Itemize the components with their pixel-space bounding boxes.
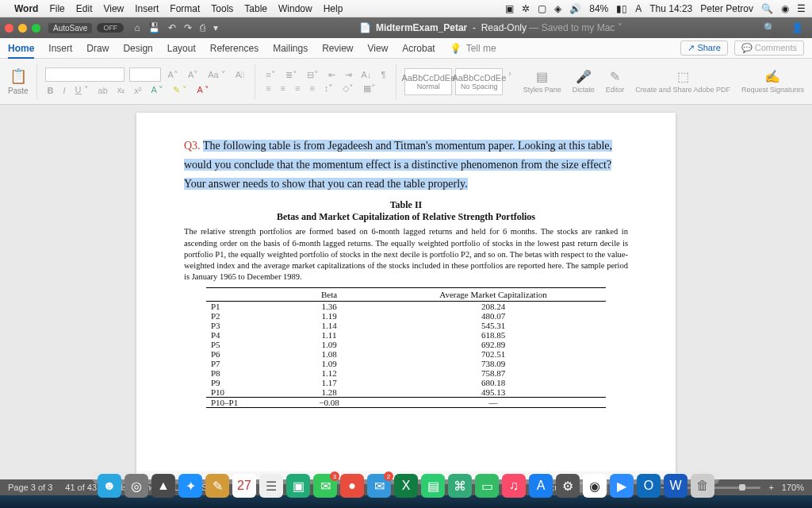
tab-mailings[interactable]: Mailings xyxy=(273,43,308,54)
bullets-icon[interactable]: ≡˅ xyxy=(263,70,278,80)
tab-draw[interactable]: Draw xyxy=(86,43,109,54)
justify-icon[interactable]: ≡ xyxy=(307,83,316,93)
tab-references[interactable]: References xyxy=(210,43,259,54)
user-name[interactable]: Peter Petrov xyxy=(700,3,753,14)
menu-edit[interactable]: Edit xyxy=(76,3,93,14)
menu-view[interactable]: View xyxy=(103,3,124,14)
spotlight-icon[interactable]: 🔍 xyxy=(761,3,773,14)
zoom-in[interactable]: + xyxy=(768,483,773,492)
dock-excel-icon[interactable]: X xyxy=(394,474,418,498)
dock-outlook-icon[interactable]: O xyxy=(637,474,661,498)
autosave-toggle[interactable]: OFF xyxy=(97,23,124,33)
style-normal[interactable]: AaBbCcDdEeNormal xyxy=(404,68,452,95)
bold-button[interactable]: B xyxy=(45,86,56,95)
dock-chrome2-icon[interactable]: ● xyxy=(340,474,364,498)
underline-button[interactable]: U ˅ xyxy=(73,85,91,95)
redo-icon[interactable]: ↷ xyxy=(184,22,192,33)
dictate-button[interactable]: 🎤Dictate xyxy=(573,69,595,94)
menu-extra-icon[interactable]: ☰ xyxy=(797,3,806,14)
styles-more-icon[interactable]: › xyxy=(506,68,514,95)
document-canvas[interactable]: Q3. The following table is from Jegadees… xyxy=(0,105,812,479)
indent-icon[interactable]: ⇥ xyxy=(343,70,354,80)
tab-insert[interactable]: Insert xyxy=(48,43,72,54)
subscript-button[interactable]: x₂ xyxy=(115,85,128,95)
dock-app-icon[interactable]: ▲ xyxy=(151,474,175,498)
page-indicator[interactable]: Page 3 of 3 xyxy=(8,483,52,492)
multilevel-icon[interactable]: ⊟˅ xyxy=(304,70,321,80)
share-window-icon[interactable]: 👤 xyxy=(791,22,803,33)
highlight-icon[interactable]: ✎ ˅ xyxy=(170,85,190,95)
outdent-icon[interactable]: ⇤ xyxy=(326,70,338,80)
clock[interactable]: Thu 14:23 xyxy=(649,3,692,14)
clear-format-icon[interactable]: A⃠ xyxy=(233,70,247,79)
align-left-icon[interactable]: ≡ xyxy=(263,83,273,93)
tab-home[interactable]: Home xyxy=(8,43,34,59)
dock-notes-icon[interactable]: ✎ xyxy=(205,474,229,498)
dock-launchpad-icon[interactable]: ◎ xyxy=(124,474,148,498)
dock-finder-icon[interactable]: ☻ xyxy=(98,474,121,498)
styles-pane-button[interactable]: ▤Styles Pane xyxy=(523,69,561,94)
line-spacing-icon[interactable]: ↕˅ xyxy=(322,83,336,94)
dock-chrome-icon[interactable]: ◉ xyxy=(583,474,607,498)
dock-preview-icon[interactable]: ▣ xyxy=(286,474,310,498)
tab-design[interactable]: Design xyxy=(123,43,152,54)
superscript-button[interactable]: x² xyxy=(132,86,144,95)
tab-view[interactable]: View xyxy=(368,43,389,54)
menu-table[interactable]: Table xyxy=(244,3,267,14)
dock-calendar-icon[interactable]: 27 xyxy=(232,474,256,498)
menu-insert[interactable]: Insert xyxy=(135,3,159,14)
menu-format[interactable]: Format xyxy=(170,3,200,14)
menu-file[interactable]: File xyxy=(49,3,64,14)
request-signatures-button[interactable]: ✍Request Signatures xyxy=(741,69,804,94)
close-button[interactable] xyxy=(5,24,13,33)
tell-me[interactable]: Tell me xyxy=(466,43,496,54)
font-size-select[interactable] xyxy=(129,67,161,82)
font-color-icon[interactable]: A ˅ xyxy=(194,85,212,95)
dock-music-icon[interactable]: ♫ xyxy=(502,474,526,498)
paste-group[interactable]: 📋 Paste xyxy=(8,67,29,95)
pilcrow-icon[interactable]: ¶ xyxy=(378,70,388,79)
sort-icon[interactable]: A↓ xyxy=(359,70,374,79)
tab-review[interactable]: Review xyxy=(322,43,353,54)
save-icon[interactable]: 💾 xyxy=(148,22,160,33)
numbering-icon[interactable]: ≣˅ xyxy=(283,70,300,80)
dock-safari-icon[interactable]: ✦ xyxy=(178,474,202,498)
text-effects-icon[interactable]: A ˅ xyxy=(149,85,167,95)
zoom-level[interactable]: 170% xyxy=(782,483,804,492)
display-icon[interactable]: ▢ xyxy=(538,3,546,14)
borders-icon[interactable]: ▦˅ xyxy=(361,83,378,94)
volume-icon[interactable]: 🔊 xyxy=(569,3,581,14)
tab-layout[interactable]: Layout xyxy=(167,43,196,54)
wifi-icon[interactable]: ◈ xyxy=(554,3,561,14)
share-button[interactable]: ↗ Share xyxy=(680,40,727,56)
strike-button[interactable]: ab xyxy=(96,86,110,95)
editor-button[interactable]: ✎Editor xyxy=(606,69,625,94)
home-icon[interactable]: ⌂ xyxy=(134,22,140,33)
dock-mail-icon[interactable]: ✉2 xyxy=(367,474,391,498)
qat-more-icon[interactable]: ▾ xyxy=(213,22,218,33)
video-icon[interactable]: ▣ xyxy=(505,3,514,14)
dock-messages-icon[interactable]: ✉3 xyxy=(313,474,337,498)
print-icon[interactable]: ⎙ xyxy=(200,22,205,33)
align-right-icon[interactable]: ≡ xyxy=(293,83,302,93)
battery-icon[interactable]: ▮▯ xyxy=(616,3,627,14)
font-family-select[interactable] xyxy=(45,67,124,82)
grow-font-icon[interactable]: A˄ xyxy=(166,70,181,80)
menu-window[interactable]: Window xyxy=(278,3,312,14)
comments-button[interactable]: 💬 Comments xyxy=(734,40,804,56)
bluetooth-icon[interactable]: ✲ xyxy=(522,3,530,14)
italic-button[interactable]: I xyxy=(61,86,68,95)
dock-word-icon[interactable]: W xyxy=(664,474,688,498)
menu-app[interactable]: Word xyxy=(14,3,38,14)
dock-xcode-icon[interactable]: ⌘ xyxy=(448,474,472,498)
styles-gallery[interactable]: AaBbCcDdEeNormal AaBbCcDdEeNo Spacing › xyxy=(404,68,514,95)
change-case-icon[interactable]: Aa ˅ xyxy=(205,70,228,80)
minimize-button[interactable] xyxy=(18,24,27,33)
dock-monitor-icon[interactable]: ▭ xyxy=(475,474,499,498)
menu-tools[interactable]: Tools xyxy=(211,3,233,14)
shrink-font-icon[interactable]: A˅ xyxy=(186,70,201,80)
keyboard-icon[interactable]: A xyxy=(635,3,642,14)
undo-icon[interactable]: ↶ xyxy=(168,22,176,33)
align-center-icon[interactable]: ≡ xyxy=(278,83,288,93)
style-nospacing[interactable]: AaBbCcDdEeNo Spacing xyxy=(455,68,503,95)
